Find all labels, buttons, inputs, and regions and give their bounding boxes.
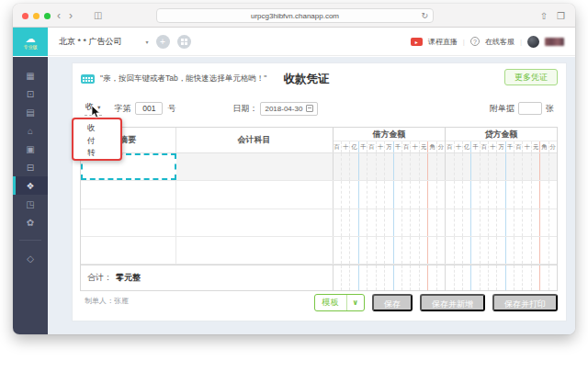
- amount-digit-cell[interactable]: [359, 181, 368, 208]
- amount-digit-cell[interactable]: [411, 181, 419, 208]
- amount-digit-cell[interactable]: [455, 153, 463, 180]
- amount-digit-cell[interactable]: [514, 209, 523, 236]
- amount-digit-cell[interactable]: [481, 153, 489, 180]
- amount-digit-cell[interactable]: [463, 237, 471, 264]
- amount-digit-cell[interactable]: [420, 153, 428, 180]
- amount-digit-cell[interactable]: [377, 153, 385, 180]
- amount-digit-cell[interactable]: [463, 209, 471, 236]
- amount-digit-cell[interactable]: [481, 181, 489, 208]
- amount-digit-cell[interactable]: [523, 237, 531, 264]
- amount-digit-cell[interactable]: [411, 209, 419, 236]
- amount-digit-cell[interactable]: [411, 153, 419, 180]
- amount-digit-cell[interactable]: [437, 237, 445, 264]
- amount-digit-cell[interactable]: [368, 153, 376, 180]
- amount-digit-cell[interactable]: [402, 209, 411, 236]
- amount-digit-cell[interactable]: [523, 181, 531, 208]
- amount-digit-cell[interactable]: [359, 209, 368, 236]
- amount-digit-cell[interactable]: [523, 153, 531, 180]
- amount-digit-cell[interactable]: [385, 153, 393, 180]
- amount-digit-cell[interactable]: [334, 209, 342, 236]
- summary-cell[interactable]: [81, 209, 176, 236]
- sidebar-item-invoice[interactable]: ⊡: [13, 85, 48, 103]
- sidebar-item-reports[interactable]: ▤: [13, 103, 48, 121]
- amount-digit-cell[interactable]: [549, 237, 557, 264]
- amount-digit-cell[interactable]: [446, 265, 454, 290]
- amount-digit-cell[interactable]: [506, 265, 514, 290]
- amount-digit-cell[interactable]: [446, 153, 454, 180]
- sidebar-item-accounts[interactable]: ◳: [13, 195, 48, 213]
- amount-digit-cell[interactable]: [402, 181, 411, 208]
- amount-digit-cell[interactable]: [446, 181, 454, 208]
- amount-digit-cell[interactable]: [377, 237, 385, 264]
- amount-digit-cell[interactable]: [385, 209, 393, 236]
- account-cell[interactable]: [176, 181, 334, 208]
- amount-digit-cell[interactable]: [394, 209, 402, 236]
- add-button[interactable]: +: [156, 35, 170, 49]
- amount-digit-cell[interactable]: [359, 237, 368, 264]
- voucher-type-option[interactable]: 付: [87, 135, 120, 148]
- amount-digit-cell[interactable]: [342, 181, 350, 208]
- amount-digit-cell[interactable]: [385, 237, 393, 264]
- amount-digit-cell[interactable]: [446, 209, 454, 236]
- amount-digit-cell[interactable]: [489, 237, 497, 264]
- close-window-button[interactable]: [22, 13, 28, 19]
- more-vouchers-button[interactable]: 更多凭证: [504, 69, 558, 85]
- amount-digit-cell[interactable]: [350, 265, 358, 290]
- amount-digit-cell[interactable]: [489, 265, 497, 290]
- account-cell[interactable]: [176, 237, 334, 264]
- amount-digit-cell[interactable]: [394, 181, 402, 208]
- amount-digit-cell[interactable]: [549, 181, 557, 208]
- amount-digit-cell[interactable]: [463, 153, 471, 180]
- amount-digit-cell[interactable]: [497, 237, 505, 264]
- chevron-down-icon[interactable]: ∨: [346, 295, 365, 310]
- account-cell[interactable]: [176, 209, 334, 236]
- amount-digit-cell[interactable]: [402, 237, 411, 264]
- amount-digit-cell[interactable]: [402, 265, 411, 290]
- amount-digit-cell[interactable]: [359, 153, 368, 180]
- amount-digit-cell[interactable]: [334, 265, 342, 290]
- debit-amount-cell[interactable]: [334, 153, 446, 180]
- amount-digit-cell[interactable]: [549, 265, 557, 290]
- zoom-window-button[interactable]: [44, 13, 51, 19]
- refresh-icon[interactable]: ↻: [421, 11, 428, 21]
- amount-digit-cell[interactable]: [540, 237, 548, 264]
- amount-digit-cell[interactable]: [549, 209, 557, 236]
- amount-digit-cell[interactable]: [334, 153, 342, 180]
- amount-digit-cell[interactable]: [481, 209, 489, 236]
- amount-digit-cell[interactable]: [394, 153, 402, 180]
- amount-digit-cell[interactable]: [437, 265, 445, 290]
- amount-digit-cell[interactable]: [385, 265, 393, 290]
- amount-digit-cell[interactable]: [540, 209, 548, 236]
- amount-digit-cell[interactable]: [334, 181, 342, 208]
- amount-digit-cell[interactable]: [471, 181, 480, 208]
- amount-digit-cell[interactable]: [342, 153, 350, 180]
- amount-digit-cell[interactable]: [471, 265, 480, 290]
- amount-digit-cell[interactable]: [532, 153, 540, 180]
- amount-digit-cell[interactable]: [368, 265, 376, 290]
- amount-digit-cell[interactable]: [463, 181, 471, 208]
- credit-amount-cell[interactable]: [445, 237, 557, 264]
- amount-digit-cell[interactable]: [549, 153, 557, 180]
- amount-digit-cell[interactable]: [497, 209, 505, 236]
- forward-icon[interactable]: ›: [69, 9, 73, 22]
- amount-digit-cell[interactable]: [350, 153, 358, 180]
- amount-digit-cell[interactable]: [411, 265, 419, 290]
- amount-digit-cell[interactable]: [368, 237, 376, 264]
- amount-digit-cell[interactable]: [514, 153, 523, 180]
- sidebar-item-store[interactable]: ◇: [13, 249, 48, 267]
- summary-cell[interactable]: [81, 237, 176, 264]
- sidebar-toggle-icon[interactable]: ◫: [94, 10, 102, 20]
- amount-digit-cell[interactable]: [428, 181, 436, 208]
- back-icon[interactable]: ‹: [57, 9, 61, 22]
- amount-digit-cell[interactable]: [420, 181, 428, 208]
- date-picker[interactable]: 2018-04-30: [260, 102, 318, 116]
- save-and-add-button[interactable]: 保存并新增: [420, 294, 485, 311]
- amount-digit-cell[interactable]: [514, 265, 523, 290]
- amount-digit-cell[interactable]: [437, 181, 445, 208]
- sidebar-item-salary[interactable]: ⊟: [13, 158, 48, 176]
- amount-digit-cell[interactable]: [481, 237, 489, 264]
- voucher-type-option[interactable]: 收: [87, 122, 120, 135]
- amount-digit-cell[interactable]: [394, 237, 402, 264]
- amount-digit-cell[interactable]: [497, 265, 505, 290]
- share-icon[interactable]: ⇧: [540, 11, 548, 21]
